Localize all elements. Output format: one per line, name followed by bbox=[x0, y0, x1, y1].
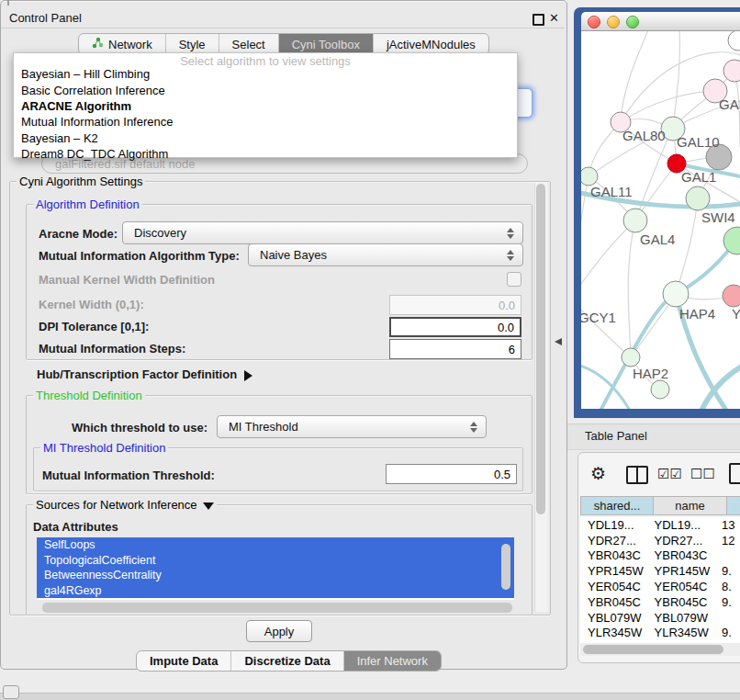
table-row[interactable]: YDR27... YDR27... 12 bbox=[580, 533, 740, 548]
network-node bbox=[623, 209, 647, 232]
network-graph: GALGAL80GAL10GAL1GAL11SWI4GAL4HAP4YGCY1H… bbox=[581, 31, 740, 409]
table-panel-title: Table Panel bbox=[585, 429, 647, 443]
close-icon[interactable]: ✕ bbox=[549, 11, 559, 25]
table-row[interactable]: YBL079W YBL079W bbox=[580, 610, 740, 626]
network-node-label: HAP2 bbox=[633, 366, 668, 381]
checked-boxes-icon[interactable]: ☑☑ bbox=[657, 466, 682, 482]
attribute-item-selected[interactable]: BetweennessCentrality bbox=[37, 568, 514, 583]
dpi-tolerance-field[interactable]: 0.0 bbox=[389, 317, 521, 337]
threshold-definition-title: Threshold Definition bbox=[33, 389, 145, 402]
combo-stepper-icon bbox=[507, 228, 514, 239]
settings-scrollbar-thumb[interactable] bbox=[536, 184, 545, 514]
bottom-tab-bar: Impute Data Discretize Data Infer Networ… bbox=[136, 650, 442, 672]
hub-definition-toggle[interactable]: Hub/Transcription Factor Definition bbox=[37, 367, 252, 381]
dropdown-prompt: Select algorithm to view settings bbox=[14, 53, 517, 66]
network-node bbox=[728, 31, 740, 51]
table-row[interactable]: YPR145W YPR145W 9. bbox=[580, 563, 740, 579]
network-node-label: GAL80 bbox=[622, 128, 666, 143]
network-window-titlebar[interactable] bbox=[581, 12, 740, 31]
dropdown-item-selected[interactable]: ARACNE Algorithm bbox=[14, 98, 517, 114]
table-row[interactable]: YLR345W YLR345W 9. bbox=[580, 626, 740, 641]
column-header-3[interactable] bbox=[726, 496, 740, 515]
dropdown-item[interactable]: Mutual Information Inference bbox=[14, 114, 517, 130]
tab-select[interactable]: Select bbox=[219, 34, 279, 54]
data-attributes-list[interactable]: SelfLoopsTopologicalCoefficientBetweenne… bbox=[37, 537, 514, 600]
which-threshold-label: Which threshold to use: bbox=[72, 421, 207, 435]
dropdown-item[interactable]: Bayesian – Hill Climbing bbox=[14, 66, 517, 82]
network-node bbox=[581, 167, 598, 186]
column-header-shared[interactable]: shared... bbox=[580, 496, 653, 515]
network-node-label: GAL10 bbox=[677, 134, 720, 150]
tab-impute-data[interactable]: Impute Data bbox=[137, 651, 231, 671]
mi-threshold-label: Mutual Information Threshold: bbox=[42, 469, 215, 482]
network-node bbox=[622, 348, 640, 367]
mi-type-combo[interactable]: Naive Bayes bbox=[248, 243, 523, 266]
network-node bbox=[651, 380, 669, 399]
table-header: shared... name bbox=[580, 496, 740, 515]
network-node-label: Y bbox=[732, 306, 740, 322]
close-traffic-light[interactable] bbox=[588, 16, 600, 28]
network-node-label: SWI4 bbox=[701, 209, 735, 225]
manual-kernel-checkbox[interactable] bbox=[507, 272, 521, 287]
aracne-mode-combo[interactable]: Discovery bbox=[122, 221, 523, 244]
attr-list-scrollbar-thumb[interactable] bbox=[501, 544, 510, 590]
network-icon bbox=[92, 37, 104, 51]
screen: Control Panel ✕ Network Style Select Cyn… bbox=[0, 0, 740, 700]
network-node-label: GCY1 bbox=[581, 310, 616, 325]
aracne-mode-label: Aracne Mode: bbox=[39, 227, 118, 241]
attr-list-hscrollbar-thumb[interactable] bbox=[42, 603, 512, 613]
mi-type-label: Mutual Information Algorithm Type: bbox=[39, 249, 240, 263]
minimize-traffic-light[interactable] bbox=[607, 16, 620, 28]
network-node-label: GAL4 bbox=[640, 231, 675, 247]
column-header-name[interactable]: name bbox=[653, 496, 726, 515]
network-node bbox=[686, 186, 710, 210]
attribute-item-selected[interactable]: SelfLoops bbox=[37, 537, 514, 553]
tab-network[interactable]: Network bbox=[79, 34, 166, 54]
table-row[interactable]: YER054C YER054C 8. bbox=[580, 579, 740, 594]
table-hscrollbar-thumb[interactable] bbox=[583, 645, 723, 654]
table-row[interactable]: YBR045C YBR045C 9. bbox=[580, 594, 740, 610]
expand-right-icon bbox=[244, 370, 252, 381]
network-canvas[interactable]: GALGAL80GAL10GAL1GAL11SWI4GAL4HAP4YGCY1H… bbox=[581, 31, 740, 409]
zoom-traffic-light[interactable] bbox=[626, 16, 639, 28]
bottom-strip bbox=[0, 693, 740, 700]
title-separator bbox=[1, 28, 565, 28]
gear-icon[interactable]: ⚙ bbox=[590, 463, 606, 484]
apply-button[interactable]: Apply bbox=[246, 620, 312, 642]
combo-stepper-icon bbox=[507, 250, 514, 261]
float-window-icon[interactable] bbox=[533, 14, 544, 26]
kernel-width-field[interactable]: 0.0 bbox=[389, 295, 521, 315]
mi-threshold-title: MI Threshold Definition bbox=[40, 441, 168, 455]
kernel-width-label: Kernel Width (0,1): bbox=[39, 298, 144, 311]
dropdown-item[interactable]: Bayesian – K2 bbox=[14, 130, 517, 146]
mi-steps-field[interactable]: 6 bbox=[389, 339, 521, 359]
manual-kernel-label: Manual Kernel Width Definition bbox=[39, 273, 215, 287]
split-columns-icon[interactable] bbox=[626, 466, 648, 484]
tab-infer-network[interactable]: Infer Network bbox=[344, 651, 441, 671]
which-threshold-combo[interactable]: MI Threshold bbox=[217, 415, 487, 438]
tab-discretize-data[interactable]: Discretize Data bbox=[231, 651, 343, 671]
algorithm-definition-title: Algorithm Definition bbox=[33, 198, 142, 211]
tab-style[interactable]: Style bbox=[166, 34, 219, 54]
document-icon[interactable] bbox=[729, 463, 740, 484]
unchecked-boxes-icon[interactable]: ☐☐ bbox=[690, 466, 715, 482]
corner-dock-icon[interactable] bbox=[3, 685, 19, 699]
tab-jactivemnodules[interactable]: jActiveMNodules bbox=[374, 34, 488, 54]
attribute-item-selected[interactable]: gal4RGexp bbox=[37, 583, 514, 599]
attribute-item-selected[interactable]: TopologicalCoefficient bbox=[37, 553, 514, 569]
panel-title: Control Panel bbox=[9, 11, 82, 25]
network-node bbox=[723, 60, 740, 82]
settings-group-title: Cyni Algorithm Settings bbox=[17, 175, 145, 188]
table-row[interactable]: YBR043C YBR043C bbox=[580, 548, 740, 564]
dropdown-item[interactable]: Basic Correlation Inference bbox=[14, 82, 517, 97]
table-row[interactable]: YDL19... YDL19... 13 bbox=[580, 517, 740, 533]
sources-title[interactable]: Sources for Network Inference bbox=[33, 498, 217, 512]
mi-steps-label: Mutual Information Steps: bbox=[39, 342, 185, 356]
tab-cyni-toolbox[interactable]: Cyni Toolbox bbox=[279, 34, 374, 54]
network-node-label: GAL bbox=[719, 96, 740, 112]
network-node-label: HAP4 bbox=[679, 306, 715, 322]
combo-stepper-icon bbox=[470, 422, 477, 433]
table-body[interactable]: YDL19... YDL19... 13 YDR27... YDR27... 1… bbox=[580, 517, 740, 643]
mi-threshold-field[interactable]: 0.5 bbox=[386, 464, 517, 484]
dropdown-item[interactable]: Dream8 DC_TDC Algorithm bbox=[14, 146, 517, 162]
